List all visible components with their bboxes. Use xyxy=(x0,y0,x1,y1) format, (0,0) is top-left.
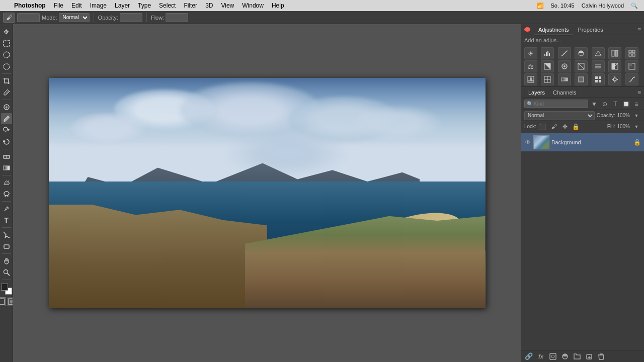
levels-btn[interactable] xyxy=(541,47,554,59)
burn-tool-btn[interactable] xyxy=(1,177,12,188)
layers-menu-btn[interactable]: ≡ xyxy=(637,89,641,96)
lock-position-btn[interactable]: ✥ xyxy=(560,122,570,131)
path-selection-btn[interactable] xyxy=(1,229,12,240)
brightness2-btn[interactable] xyxy=(608,73,621,85)
menu-file[interactable]: File xyxy=(50,0,67,11)
lock-image-btn[interactable]: 🖌 xyxy=(549,122,558,131)
blend-mode-select[interactable]: Normal xyxy=(524,111,595,120)
selective-color-btn[interactable] xyxy=(541,73,554,85)
canvas-image[interactable] xyxy=(49,78,486,308)
fx-btn[interactable]: fx xyxy=(536,352,545,361)
layers-kind-filter[interactable] xyxy=(534,101,586,107)
brightness-contrast-btn[interactable]: ☀ xyxy=(524,47,537,59)
curves2-btn[interactable] xyxy=(625,73,638,85)
gradient-fill-btn[interactable] xyxy=(558,73,571,85)
svg-point-7 xyxy=(4,127,8,131)
gradient-map-btn[interactable] xyxy=(592,47,605,59)
tab-adjustments[interactable]: Adjustments xyxy=(534,24,573,35)
curves-btn[interactable] xyxy=(558,47,571,59)
opacity-input[interactable]: 100% xyxy=(120,13,142,22)
new-group-btn[interactable] xyxy=(573,352,582,361)
brush-preset-picker[interactable]: 🖌 xyxy=(3,13,15,23)
standard-mode-btn[interactable] xyxy=(0,297,6,306)
quick-mask-btn[interactable] xyxy=(7,297,14,306)
menu-window[interactable]: Window xyxy=(238,0,268,11)
vibrance-btn[interactable] xyxy=(608,47,621,59)
layers-list: 👁 Background 🔒 xyxy=(521,132,644,350)
lasso-tool-btn[interactable] xyxy=(1,61,12,72)
black-white-btn[interactable] xyxy=(541,60,554,72)
menu-help[interactable]: Help xyxy=(268,0,288,11)
layer-filter-toggle[interactable]: ⊙ xyxy=(600,100,609,109)
tools-panel: ✥ xyxy=(0,24,13,362)
photo-filter-btn[interactable] xyxy=(558,60,571,72)
eraser-tool-btn[interactable] xyxy=(1,151,12,162)
new-layer-btn[interactable] xyxy=(585,352,594,361)
shape-tool-btn[interactable] xyxy=(1,241,12,252)
menu-select[interactable]: Select xyxy=(155,0,180,11)
menu-filter[interactable]: Filter xyxy=(180,0,201,11)
layer-type-filter-btn[interactable]: ▼ xyxy=(590,100,599,109)
history-brush-btn[interactable] xyxy=(1,136,12,147)
menu-3d[interactable]: 3D xyxy=(201,0,217,11)
flow-input[interactable]: 100% xyxy=(166,13,188,22)
panel-close-btn[interactable] xyxy=(524,27,530,32)
foreground-color-swatch[interactable] xyxy=(1,284,8,291)
clone-stamp-btn[interactable] xyxy=(1,125,12,136)
color-balance-btn[interactable]: ⚖ xyxy=(524,60,537,72)
threshold-btn[interactable] xyxy=(524,73,537,85)
menu-view[interactable]: View xyxy=(217,0,238,11)
link-layers-btn[interactable]: 🔗 xyxy=(524,352,533,361)
tab-layers[interactable]: Layers xyxy=(524,87,549,98)
opacity-label: Opacity: xyxy=(597,113,615,118)
brush-size-input[interactable]: 154 xyxy=(17,13,40,22)
color-lookup-btn[interactable] xyxy=(592,60,605,72)
panel-menu-btn[interactable]: ≡ xyxy=(637,26,641,33)
tab-properties[interactable]: Properties xyxy=(574,24,607,35)
dodge-tool-btn[interactable] xyxy=(1,189,12,200)
menu-layer[interactable]: Layer xyxy=(111,0,134,11)
menu-edit[interactable]: Edit xyxy=(67,0,86,11)
layer-eye-icon[interactable]: 👁 xyxy=(524,139,531,146)
svg-point-55 xyxy=(613,78,616,81)
search-icon[interactable]: 🔍 xyxy=(629,3,640,9)
menu-image[interactable]: Image xyxy=(86,0,111,11)
move-tool-btn[interactable]: ✥ xyxy=(1,26,12,37)
pattern-fill-btn[interactable] xyxy=(592,73,605,85)
eyedropper-tool-btn[interactable] xyxy=(1,87,12,98)
lock-transparent-btn[interactable]: ⬛ xyxy=(538,122,547,131)
layer-collapse-btn[interactable]: ≡ xyxy=(632,100,641,109)
opacity-down-btn[interactable]: ▼ xyxy=(632,111,641,120)
hue-saturation-btn[interactable] xyxy=(625,47,638,59)
pen-tool-btn[interactable] xyxy=(1,203,12,214)
marquee-tool-btn[interactable] xyxy=(1,38,12,49)
fill-down-btn[interactable]: ▼ xyxy=(632,122,641,131)
heal-tool-btn[interactable] xyxy=(1,102,12,113)
color-swatches[interactable] xyxy=(1,284,12,295)
solid-color-btn[interactable] xyxy=(575,73,588,85)
gradient-tool-btn[interactable] xyxy=(1,162,12,173)
svg-point-63 xyxy=(551,355,554,358)
ellipse-marquee-btn[interactable] xyxy=(1,49,12,60)
mode-select[interactable]: Normal xyxy=(59,13,90,22)
posterize-btn[interactable] xyxy=(625,60,638,72)
svg-point-20 xyxy=(10,300,13,304)
zoom-tool-btn[interactable] xyxy=(1,267,12,278)
crop-tool-btn[interactable] xyxy=(1,75,12,86)
new-adjustment-layer-btn[interactable] xyxy=(560,352,570,361)
hand-tool-btn[interactable] xyxy=(1,255,12,266)
tab-channels[interactable]: Channels xyxy=(549,87,580,98)
add-mask-btn[interactable] xyxy=(548,352,557,361)
layer-blend-mode-row: Normal Opacity: 100% ▼ xyxy=(521,110,644,121)
delete-layer-btn[interactable] xyxy=(597,352,606,361)
exposure-btn[interactable] xyxy=(575,47,588,59)
channel-mixer-btn[interactable] xyxy=(575,60,588,72)
type-tool-btn[interactable]: T xyxy=(1,215,12,226)
layer-link-btn[interactable]: T xyxy=(611,100,620,109)
layer-background[interactable]: 👁 Background 🔒 xyxy=(521,133,644,151)
menu-type[interactable]: Type xyxy=(134,0,155,11)
layer-clipping-btn[interactable]: 🔲 xyxy=(621,100,630,109)
lock-all-btn[interactable]: 🔒 xyxy=(572,122,581,131)
invert-btn[interactable] xyxy=(608,60,621,72)
brush-tool-btn[interactable] xyxy=(1,113,12,124)
